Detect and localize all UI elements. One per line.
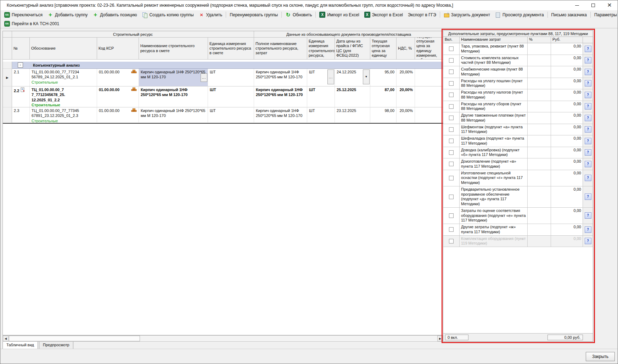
cell-unit-in-estimate[interactable]: ШТ <box>208 69 254 86</box>
calculate-button[interactable]: ? <box>585 226 591 233</box>
include-checkbox[interactable] <box>449 116 454 120</box>
calculate-button[interactable]: ? <box>585 69 591 75</box>
horizontal-scrollbar[interactable]: ◀ ▶ <box>2 335 443 342</box>
include-checkbox[interactable] <box>449 104 454 109</box>
calculate-button[interactable]: ? <box>585 46 591 52</box>
scroll-right-arrow-icon[interactable]: ▶ <box>437 336 443 341</box>
column-header-date[interactable]: Дата цены из прайса / ФГИС ЦС (для ФСБЦ-… <box>335 38 370 60</box>
column-header-vat[interactable]: НДС, % <box>397 38 415 60</box>
cell-price-per-unit[interactable] <box>415 69 443 86</box>
ellipsis-button[interactable]: ... <box>327 69 334 84</box>
cell-justification[interactable]: ТЦ_01.00.00.00_77_77234 56789_24.12.2025… <box>30 69 97 86</box>
include-checkbox[interactable] <box>449 176 454 180</box>
toolbar-button-customer-letter[interactable]: Письмо заказчика <box>549 12 589 18</box>
calculate-button[interactable]: ? <box>585 57 591 63</box>
cell-vat[interactable]: 20,00% <box>397 107 415 123</box>
include-checkbox[interactable] <box>449 58 454 63</box>
scrollbar-thumb[interactable] <box>9 336 140 341</box>
cell-name-in-estimate[interactable]: Кирпич одинарный 1НФ 250*120*65 мм М 120… <box>139 86 208 107</box>
cell-price[interactable]: 87,00 <box>370 86 397 107</box>
include-checkbox[interactable] <box>449 195 454 199</box>
toolbar-button-load-document[interactable]: Загрузить документ <box>441 11 493 18</box>
table-row[interactable]: ▶2.1ТЦ_01.00.00.00_77_77234 56789_24.12.… <box>3 69 443 86</box>
calculate-button[interactable]: ? <box>585 92 591 98</box>
cell-full-name[interactable]: Кирпич одинарный 1НФ 250*120*65 мм М 120… <box>254 107 307 123</box>
toolbar-button-parameters[interactable]: Параметры <box>592 12 618 18</box>
toolbar-button-export-excel[interactable]: XЭкспорт в Excel <box>362 11 405 18</box>
calculate-button[interactable]: ? <box>585 103 591 110</box>
cell-name-in-estimate[interactable]: Кирпич одинарный 1НФ 250*120*65 мм М 120… <box>139 69 208 86</box>
include-checkbox[interactable] <box>449 81 454 86</box>
column-header-num[interactable]: № <box>12 38 30 60</box>
cell-price-per-unit[interactable] <box>415 86 443 107</box>
cell-unit[interactable]: ШТ <box>307 86 335 107</box>
calculate-button[interactable]: ? <box>585 115 591 121</box>
calculate-button[interactable]: ? <box>585 212 591 219</box>
toolbar-button-goto-ka-tsn[interactable]: КАПерейти в КА ТСН-2001 <box>2 20 62 27</box>
scroll-left-arrow-icon[interactable]: ◀ <box>3 336 9 341</box>
include-checkbox[interactable] <box>449 139 454 143</box>
cell-number[interactable]: 2.3 <box>12 107 30 123</box>
cell-price[interactable]: 98,00 <box>370 107 397 123</box>
include-checkbox[interactable] <box>449 227 454 232</box>
toolbar-button-view-document[interactable]: Просмотр документа <box>493 11 546 18</box>
table-row[interactable]: 2.2 ТЦ_01.00.00.00_7 7_7712345678_25. 12… <box>3 86 443 107</box>
tab-preview[interactable]: Предпросмотр <box>39 342 73 349</box>
toolbar-button-import-excel[interactable]: XИмпорт из Excel <box>317 11 361 18</box>
ellipsis-button[interactable]: ... <box>201 73 207 82</box>
toolbar-button-refresh[interactable]: ↻Обновить <box>283 11 314 18</box>
include-checkbox[interactable] <box>449 239 454 243</box>
cell-unit-in-estimate[interactable]: ШТ <box>208 86 254 107</box>
include-checkbox[interactable] <box>449 93 454 97</box>
table-row[interactable]: 2.3ТЦ_01.00.00.00_77_77345 67891_23.12.2… <box>3 107 443 123</box>
cell-price-per-unit[interactable] <box>415 107 443 123</box>
cell-full-name[interactable]: Кирпич одинарный 1НФ 250*120*65 мм М 120… <box>254 69 307 86</box>
cell-justification[interactable]: ТЦ_01.00.00.00_7 7_7712345678_25. 12.202… <box>30 86 97 107</box>
cell-price[interactable]: 95,00 <box>370 69 397 86</box>
cell-unit-in-estimate[interactable]: ШТ <box>208 107 254 123</box>
cell-ksr-code[interactable]: 01.00.00.00 <box>97 86 139 107</box>
minimize-button[interactable] <box>569 0 585 10</box>
column-header-unit2[interactable]: Единица измерения строительного ресурса, <box>307 38 335 60</box>
calculate-button[interactable]: ? <box>585 161 591 167</box>
include-checkbox[interactable] <box>449 69 454 74</box>
cell-price-date[interactable]: 24.12.2025▼ <box>335 69 370 86</box>
column-header-usm[interactable]: Единица измерения строительного ресурса … <box>208 38 254 60</box>
calculate-button[interactable]: ? <box>585 149 591 156</box>
cell-number[interactable]: 2.2 <box>12 86 30 107</box>
calculate-button[interactable]: ? <box>585 126 591 133</box>
dropdown-button[interactable]: ▼ <box>363 69 370 84</box>
cell-price-date[interactable]: 25.12.2025 <box>335 86 370 107</box>
cell-full-name[interactable]: Кирпич одинарный 1НФ 250*120*65 мм М 120… <box>254 86 307 107</box>
include-checkbox[interactable] <box>449 150 454 155</box>
cell-price-date[interactable]: 23.12.2025 <box>335 107 370 123</box>
maximize-button[interactable] <box>585 0 601 10</box>
column-header-price[interactable]: Текущая отпускная цена за единицу <box>370 38 397 60</box>
calculate-button[interactable]: ? <box>585 138 591 144</box>
toolbar-button-add-group[interactable]: +Добавить группу <box>45 11 90 18</box>
cell-vat[interactable]: 20,00% <box>397 69 415 86</box>
toolbar-button-add-position[interactable]: +Добавить позицию <box>90 11 139 18</box>
cell-ksr-code[interactable]: 01.00.00.00 <box>97 107 139 123</box>
cell-unit[interactable]: ШТ... <box>307 69 335 86</box>
close-window-button[interactable]: ✕ <box>601 0 618 10</box>
column-header-ksr[interactable]: Код КСР <box>97 38 139 60</box>
cell-number[interactable]: 2.1 <box>12 69 30 86</box>
column-header-nsm[interactable]: Наименование строительного ресурса в сме… <box>139 38 208 60</box>
include-checkbox[interactable] <box>449 213 454 218</box>
toolbar-button-renumber-groups[interactable]: Перенумеровать группы <box>227 12 280 18</box>
cell-ksr-code[interactable]: 01.00.00.00 <box>97 69 139 86</box>
toolbar-button-copy-group[interactable]: Создать копию группы <box>139 11 196 18</box>
include-checkbox[interactable] <box>449 162 454 166</box>
close-button[interactable]: Закрыть <box>586 352 615 361</box>
column-header-punit[interactable]: Текущая отпускная цена за единицу измере… <box>415 38 443 60</box>
toolbar-button-delete[interactable]: ×Удалить <box>196 11 225 18</box>
column-header-obs[interactable]: Обоснование <box>30 38 97 60</box>
calculate-button[interactable]: ? <box>585 238 591 244</box>
toolbar-button-export-gge[interactable]: Экспорт в ГГЭ <box>405 12 439 18</box>
include-checkbox[interactable] <box>449 46 454 51</box>
group-band[interactable]: -Конъюнктурный анализ <box>12 62 443 69</box>
calculate-button[interactable]: ? <box>585 175 591 181</box>
toolbar-button-switch[interactable]: КАПереключиться <box>2 11 45 18</box>
calculate-button[interactable]: ? <box>585 80 591 86</box>
